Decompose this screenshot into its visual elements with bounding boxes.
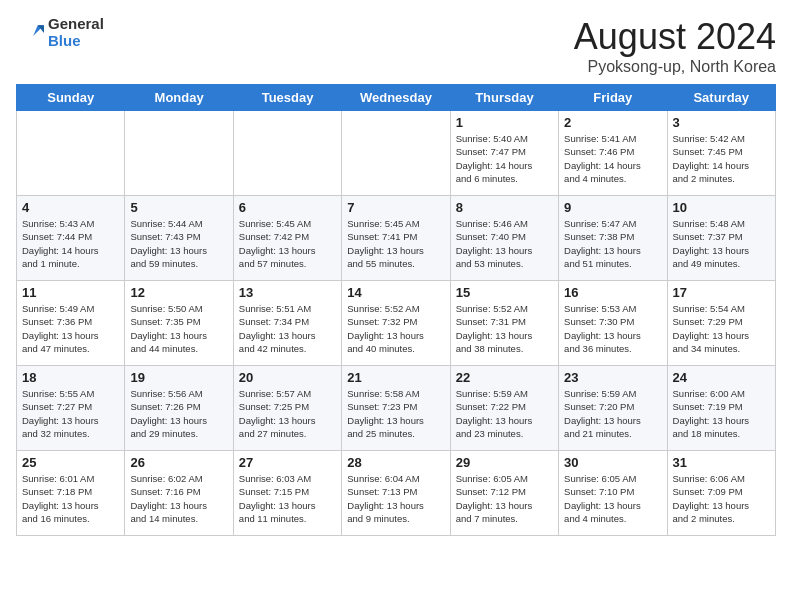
- day-number: 30: [564, 455, 661, 470]
- day-number: 14: [347, 285, 444, 300]
- day-number: 12: [130, 285, 227, 300]
- day-info: Sunrise: 5:42 AM Sunset: 7:45 PM Dayligh…: [673, 132, 770, 185]
- calendar-cell: 30Sunrise: 6:05 AM Sunset: 7:10 PM Dayli…: [559, 451, 667, 536]
- day-info: Sunrise: 5:52 AM Sunset: 7:31 PM Dayligh…: [456, 302, 553, 355]
- weekday-header-thursday: Thursday: [450, 85, 558, 111]
- day-number: 17: [673, 285, 770, 300]
- day-info: Sunrise: 6:04 AM Sunset: 7:13 PM Dayligh…: [347, 472, 444, 525]
- logo: General Blue: [16, 16, 104, 49]
- calendar-week-row: 25Sunrise: 6:01 AM Sunset: 7:18 PM Dayli…: [17, 451, 776, 536]
- calendar-cell: 6Sunrise: 5:45 AM Sunset: 7:42 PM Daylig…: [233, 196, 341, 281]
- day-info: Sunrise: 6:03 AM Sunset: 7:15 PM Dayligh…: [239, 472, 336, 525]
- calendar-cell: 19Sunrise: 5:56 AM Sunset: 7:26 PM Dayli…: [125, 366, 233, 451]
- day-info: Sunrise: 5:52 AM Sunset: 7:32 PM Dayligh…: [347, 302, 444, 355]
- location-title: Pyoksong-up, North Korea: [574, 58, 776, 76]
- day-info: Sunrise: 5:59 AM Sunset: 7:20 PM Dayligh…: [564, 387, 661, 440]
- calendar-cell: 28Sunrise: 6:04 AM Sunset: 7:13 PM Dayli…: [342, 451, 450, 536]
- day-info: Sunrise: 5:43 AM Sunset: 7:44 PM Dayligh…: [22, 217, 119, 270]
- calendar-cell: 7Sunrise: 5:45 AM Sunset: 7:41 PM Daylig…: [342, 196, 450, 281]
- day-number: 21: [347, 370, 444, 385]
- day-info: Sunrise: 5:41 AM Sunset: 7:46 PM Dayligh…: [564, 132, 661, 185]
- calendar-cell: 10Sunrise: 5:48 AM Sunset: 7:37 PM Dayli…: [667, 196, 775, 281]
- day-number: 22: [456, 370, 553, 385]
- weekday-header-tuesday: Tuesday: [233, 85, 341, 111]
- day-info: Sunrise: 5:56 AM Sunset: 7:26 PM Dayligh…: [130, 387, 227, 440]
- day-number: 3: [673, 115, 770, 130]
- calendar-cell: 21Sunrise: 5:58 AM Sunset: 7:23 PM Dayli…: [342, 366, 450, 451]
- calendar-cell: 9Sunrise: 5:47 AM Sunset: 7:38 PM Daylig…: [559, 196, 667, 281]
- day-info: Sunrise: 6:06 AM Sunset: 7:09 PM Dayligh…: [673, 472, 770, 525]
- day-number: 26: [130, 455, 227, 470]
- day-number: 7: [347, 200, 444, 215]
- day-number: 29: [456, 455, 553, 470]
- day-info: Sunrise: 6:02 AM Sunset: 7:16 PM Dayligh…: [130, 472, 227, 525]
- calendar-cell: 24Sunrise: 6:00 AM Sunset: 7:19 PM Dayli…: [667, 366, 775, 451]
- calendar-cell: 2Sunrise: 5:41 AM Sunset: 7:46 PM Daylig…: [559, 111, 667, 196]
- day-info: Sunrise: 5:49 AM Sunset: 7:36 PM Dayligh…: [22, 302, 119, 355]
- calendar-cell: 12Sunrise: 5:50 AM Sunset: 7:35 PM Dayli…: [125, 281, 233, 366]
- calendar-cell: 15Sunrise: 5:52 AM Sunset: 7:31 PM Dayli…: [450, 281, 558, 366]
- calendar-week-row: 4Sunrise: 5:43 AM Sunset: 7:44 PM Daylig…: [17, 196, 776, 281]
- calendar-cell: 31Sunrise: 6:06 AM Sunset: 7:09 PM Dayli…: [667, 451, 775, 536]
- calendar-cell: 25Sunrise: 6:01 AM Sunset: 7:18 PM Dayli…: [17, 451, 125, 536]
- day-number: 10: [673, 200, 770, 215]
- calendar-cell: 27Sunrise: 6:03 AM Sunset: 7:15 PM Dayli…: [233, 451, 341, 536]
- calendar-cell: 18Sunrise: 5:55 AM Sunset: 7:27 PM Dayli…: [17, 366, 125, 451]
- day-info: Sunrise: 5:45 AM Sunset: 7:42 PM Dayligh…: [239, 217, 336, 270]
- day-number: 2: [564, 115, 661, 130]
- weekday-header-sunday: Sunday: [17, 85, 125, 111]
- weekday-header-friday: Friday: [559, 85, 667, 111]
- calendar-cell: 23Sunrise: 5:59 AM Sunset: 7:20 PM Dayli…: [559, 366, 667, 451]
- calendar-cell: 5Sunrise: 5:44 AM Sunset: 7:43 PM Daylig…: [125, 196, 233, 281]
- day-number: 13: [239, 285, 336, 300]
- title-section: August 2024 Pyoksong-up, North Korea: [574, 16, 776, 76]
- weekday-header-monday: Monday: [125, 85, 233, 111]
- day-number: 24: [673, 370, 770, 385]
- logo-icon: [16, 19, 44, 47]
- logo-text: General Blue: [48, 16, 104, 49]
- day-number: 20: [239, 370, 336, 385]
- calendar-cell: [342, 111, 450, 196]
- logo-general-text: General: [48, 16, 104, 33]
- calendar-cell: 3Sunrise: 5:42 AM Sunset: 7:45 PM Daylig…: [667, 111, 775, 196]
- day-number: 1: [456, 115, 553, 130]
- day-number: 11: [22, 285, 119, 300]
- day-number: 8: [456, 200, 553, 215]
- calendar-cell: 13Sunrise: 5:51 AM Sunset: 7:34 PM Dayli…: [233, 281, 341, 366]
- day-number: 4: [22, 200, 119, 215]
- weekday-header-saturday: Saturday: [667, 85, 775, 111]
- day-info: Sunrise: 5:54 AM Sunset: 7:29 PM Dayligh…: [673, 302, 770, 355]
- calendar-cell: 11Sunrise: 5:49 AM Sunset: 7:36 PM Dayli…: [17, 281, 125, 366]
- day-number: 5: [130, 200, 227, 215]
- day-info: Sunrise: 5:50 AM Sunset: 7:35 PM Dayligh…: [130, 302, 227, 355]
- month-title: August 2024: [574, 16, 776, 58]
- calendar-cell: 29Sunrise: 6:05 AM Sunset: 7:12 PM Dayli…: [450, 451, 558, 536]
- day-info: Sunrise: 6:00 AM Sunset: 7:19 PM Dayligh…: [673, 387, 770, 440]
- day-info: Sunrise: 5:46 AM Sunset: 7:40 PM Dayligh…: [456, 217, 553, 270]
- calendar-cell: [17, 111, 125, 196]
- calendar-cell: 22Sunrise: 5:59 AM Sunset: 7:22 PM Dayli…: [450, 366, 558, 451]
- day-info: Sunrise: 6:05 AM Sunset: 7:10 PM Dayligh…: [564, 472, 661, 525]
- day-number: 27: [239, 455, 336, 470]
- day-number: 23: [564, 370, 661, 385]
- calendar-cell: 8Sunrise: 5:46 AM Sunset: 7:40 PM Daylig…: [450, 196, 558, 281]
- day-number: 9: [564, 200, 661, 215]
- day-info: Sunrise: 5:53 AM Sunset: 7:30 PM Dayligh…: [564, 302, 661, 355]
- day-info: Sunrise: 5:45 AM Sunset: 7:41 PM Dayligh…: [347, 217, 444, 270]
- day-number: 28: [347, 455, 444, 470]
- day-info: Sunrise: 5:51 AM Sunset: 7:34 PM Dayligh…: [239, 302, 336, 355]
- day-info: Sunrise: 6:01 AM Sunset: 7:18 PM Dayligh…: [22, 472, 119, 525]
- weekday-header-wednesday: Wednesday: [342, 85, 450, 111]
- day-info: Sunrise: 5:48 AM Sunset: 7:37 PM Dayligh…: [673, 217, 770, 270]
- calendar-week-row: 18Sunrise: 5:55 AM Sunset: 7:27 PM Dayli…: [17, 366, 776, 451]
- calendar-cell: 4Sunrise: 5:43 AM Sunset: 7:44 PM Daylig…: [17, 196, 125, 281]
- day-info: Sunrise: 5:44 AM Sunset: 7:43 PM Dayligh…: [130, 217, 227, 270]
- calendar-cell: 20Sunrise: 5:57 AM Sunset: 7:25 PM Dayli…: [233, 366, 341, 451]
- day-info: Sunrise: 5:40 AM Sunset: 7:47 PM Dayligh…: [456, 132, 553, 185]
- logo-blue-text: Blue: [48, 33, 104, 50]
- calendar-table: SundayMondayTuesdayWednesdayThursdayFrid…: [16, 84, 776, 536]
- page-header: General Blue August 2024 Pyoksong-up, No…: [16, 16, 776, 76]
- calendar-cell: 14Sunrise: 5:52 AM Sunset: 7:32 PM Dayli…: [342, 281, 450, 366]
- day-number: 6: [239, 200, 336, 215]
- day-info: Sunrise: 5:55 AM Sunset: 7:27 PM Dayligh…: [22, 387, 119, 440]
